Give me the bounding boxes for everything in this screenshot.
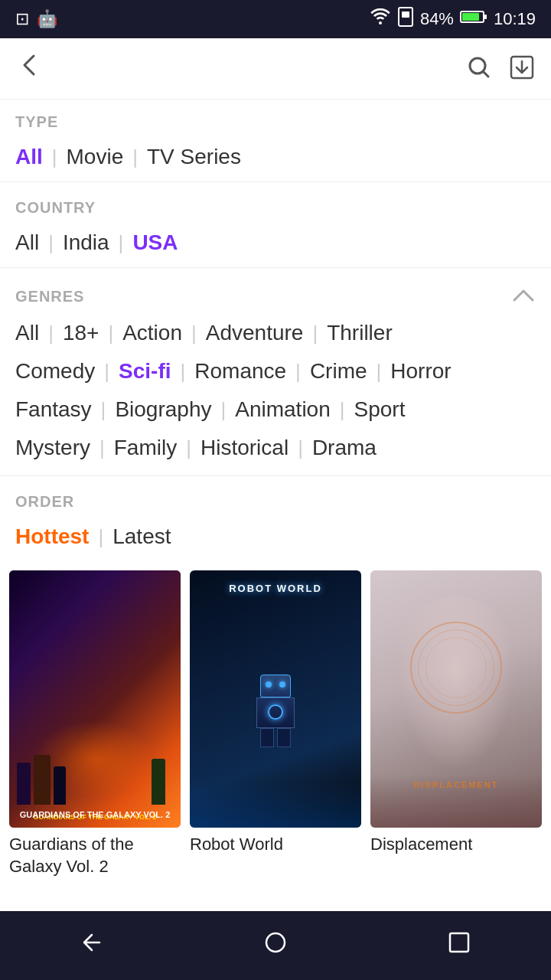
back-button[interactable] (15, 51, 43, 86)
movie-card-robot-world[interactable]: ROBOT WORLD Robot Wo (190, 570, 361, 877)
svg-rect-1 (402, 11, 409, 18)
svg-rect-4 (484, 15, 487, 19)
genre-fantasy[interactable]: Fantasy (15, 394, 92, 425)
genre-crime[interactable]: Crime (310, 356, 367, 387)
genre-historical[interactable]: Historical (201, 433, 289, 463)
genre-adventure[interactable]: Adventure (206, 318, 304, 348)
status-bar: ⊡ 🤖 84% 10:19 (0, 0, 551, 38)
bottom-nav (0, 911, 551, 980)
movie-poster-robot-world: ROBOT WORLD (190, 570, 361, 828)
svg-rect-3 (462, 13, 479, 21)
nav-home-button[interactable] (260, 927, 291, 965)
order-filter-row: Hottest | Latest (0, 515, 551, 558)
genres-collapse-button[interactable] (511, 285, 536, 309)
battery-percent: 84% (420, 9, 454, 29)
genre-row-4: Mystery | Family | Historical | Drama (15, 433, 536, 463)
country-label: COUNTRY (0, 185, 551, 221)
genre-drama[interactable]: Drama (312, 433, 377, 463)
status-icons-left: ⊡ 🤖 (15, 9, 57, 29)
movie-poster-displacement: DISPLACEMENT (370, 570, 542, 828)
order-option-hottest[interactable]: Hottest (15, 521, 89, 552)
time-display: 10:19 (494, 9, 536, 29)
svg-point-7 (266, 933, 285, 952)
svg-rect-8 (450, 933, 468, 952)
notification-icon: ⊡ (15, 9, 29, 29)
sim-icon (397, 7, 414, 31)
genre-action[interactable]: Action (122, 318, 182, 348)
genre-row-1: All | 18+ | Action | Adventure | Thrille… (15, 318, 536, 348)
genre-animation[interactable]: Animation (235, 394, 331, 425)
movie-poster-guardians: GUARDIANS OF THE GALAXY VOL. 2 (9, 570, 181, 828)
genre-row-2: Comedy | Sci-fi | Romance | Crime | Horr… (15, 356, 536, 387)
movie-card-guardians[interactable]: GUARDIANS OF THE GALAXY VOL. 2 Guardians… (9, 570, 181, 877)
order-label: ORDER (0, 479, 551, 515)
genre-comedy[interactable]: Comedy (15, 356, 95, 387)
top-bar (0, 38, 551, 100)
genre-scifi[interactable]: Sci-fi (119, 356, 171, 387)
order-option-latest[interactable]: Latest (112, 521, 171, 552)
top-bar-actions (465, 54, 536, 84)
genre-row-3: Fantasy | Biography | Animation | Sport (15, 394, 536, 425)
genre-thriller[interactable]: Thriller (327, 318, 393, 348)
movie-title-displacement: Displacement (370, 834, 542, 856)
genre-horror[interactable]: Horror (390, 356, 451, 387)
nav-recent-button[interactable] (444, 927, 474, 965)
genres-grid: All | 18+ | Action | Adventure | Thrille… (0, 315, 551, 472)
type-filter-row: All | Movie | TV Series (0, 136, 551, 178)
genre-all[interactable]: All (15, 318, 39, 348)
movie-title-guardians: Guardians of the Galaxy Vol. 2 (9, 834, 181, 877)
genre-18plus[interactable]: 18+ (63, 318, 99, 348)
genres-header: GENRES (0, 271, 551, 315)
country-option-all[interactable]: All (15, 227, 39, 258)
type-label: TYPE (0, 100, 551, 136)
search-button[interactable] (465, 54, 493, 84)
genre-sport[interactable]: Sport (354, 394, 406, 425)
genre-romance[interactable]: Romance (194, 356, 286, 387)
movies-grid: GUARDIANS OF THE GALAXY VOL. 2 Guardians… (0, 558, 551, 890)
genre-mystery[interactable]: Mystery (15, 433, 90, 463)
genre-family[interactable]: Family (114, 433, 177, 463)
type-option-tvseries[interactable]: TV Series (147, 142, 241, 172)
wifi-icon (370, 8, 391, 30)
genres-label: GENRES (15, 288, 84, 305)
country-option-usa[interactable]: USA (132, 227, 178, 258)
movie-card-displacement[interactable]: DISPLACEMENT Displacement (370, 570, 542, 877)
country-filter-row: All | India | USA (0, 221, 551, 264)
type-option-all[interactable]: All (15, 142, 43, 172)
android-icon: 🤖 (37, 9, 57, 29)
battery-icon (460, 9, 487, 29)
country-option-india[interactable]: India (63, 227, 109, 258)
genre-biography[interactable]: Biography (115, 394, 211, 425)
nav-back-button[interactable] (77, 927, 107, 965)
type-option-movie[interactable]: Movie (67, 142, 124, 172)
download-button[interactable] (508, 54, 536, 84)
status-icons-right: 84% 10:19 (370, 7, 536, 31)
movie-title-robot-world: Robot World (190, 834, 361, 856)
